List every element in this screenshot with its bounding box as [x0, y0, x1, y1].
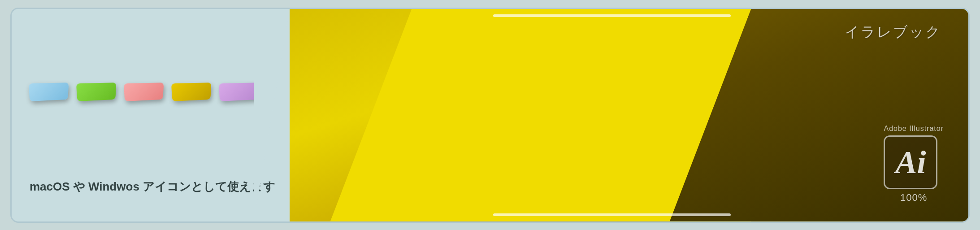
icon-blue — [29, 82, 69, 101]
ai-symbol: Ai — [895, 146, 926, 178]
highlight-bar-bottom — [493, 213, 731, 216]
main-card: macOS や Windwos アイコンとして使えます イラレブック Adobe… — [10, 8, 970, 223]
highlight-bar-top — [493, 14, 731, 17]
adobe-label: Adobe Illustrator — [884, 125, 944, 133]
right-panel: イラレブック Adobe Illustrator Ai 100% — [290, 9, 968, 221]
top-right-label: イラレブック — [845, 22, 941, 42]
caption-text: macOS や Windwos アイコンとして使えます — [30, 179, 275, 195]
icon-yellow — [171, 82, 212, 101]
icon-purple — [219, 82, 259, 101]
ai-badge: Adobe Illustrator Ai 100% — [884, 125, 944, 204]
icons-row — [30, 83, 259, 101]
ai-box: Ai — [884, 135, 937, 189]
icon-green — [76, 82, 117, 101]
left-panel: macOS や Windwos アイコンとして使えます — [12, 9, 290, 221]
icon-pink — [124, 82, 164, 101]
ai-percent: 100% — [884, 192, 944, 204]
